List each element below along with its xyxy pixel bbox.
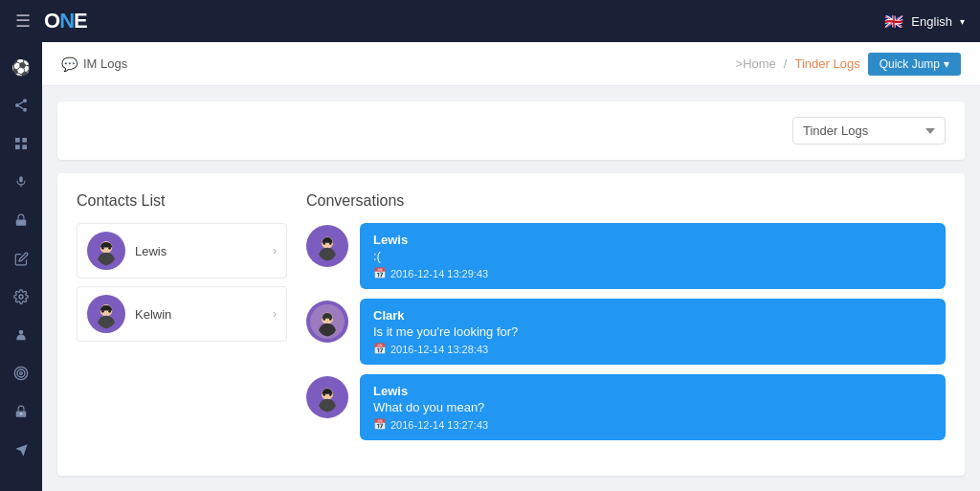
svg-line-4: [19, 101, 24, 104]
svg-rect-8: [22, 145, 27, 149]
conv-timestamp-0: 2016-12-14 13:29:43: [390, 268, 488, 279]
chevron-down-icon: ▾: [944, 57, 949, 71]
main-panel: Contacts List Lewi: [57, 173, 965, 476]
svg-point-33: [323, 318, 325, 320]
svg-rect-9: [19, 176, 23, 182]
svg-point-0: [23, 99, 27, 102]
conv-msg-2: What do you mean?: [373, 400, 932, 414]
svg-rect-7: [15, 145, 20, 149]
svg-point-30: [329, 242, 331, 244]
main-wrapper: ⚽: [0, 42, 980, 491]
svg-point-12: [19, 295, 23, 299]
breadcrumb-bar: 💬 IM Logs >Home / Tinder Logs Quick Jump…: [42, 42, 980, 86]
svg-rect-11: [16, 219, 27, 225]
current-breadcrumb: Tinder Logs: [794, 56, 859, 71]
svg-point-29: [323, 242, 325, 244]
log-type-select[interactable]: Tinder Logs WhatsApp Logs WeChat Logs Fa…: [792, 117, 946, 145]
conv-avatar-clark: [306, 301, 348, 343]
svg-point-2: [23, 108, 27, 112]
contact-arrow-kelwin: ›: [273, 307, 277, 321]
conversations-title: Conversations: [306, 192, 946, 210]
conv-msg-1: Is it me you're looking for?: [373, 324, 932, 339]
conversation-item-0[interactable]: Lewis :( 📅 2016-12-14 13:29:43: [306, 223, 946, 289]
top-navigation: ☰ ONE 🇬🇧 English ▾: [0, 0, 980, 42]
svg-point-22: [108, 247, 111, 250]
svg-line-3: [19, 106, 24, 109]
svg-point-15: [17, 369, 25, 377]
sidebar-icon-send[interactable]: [4, 433, 38, 467]
contacts-title: Contacts List: [77, 192, 287, 210]
language-selector[interactable]: 🇬🇧 English ▾: [884, 12, 965, 31]
sidebar-icon-football[interactable]: ⚽: [4, 50, 38, 84]
conv-timestamp-1: 2016-12-14 13:28:43: [390, 344, 488, 355]
conv-bubble-lewis-2: Lewis What do you mean? 📅 2016-12-14 13:…: [360, 374, 946, 440]
breadcrumb-left: 💬 IM Logs: [61, 56, 127, 72]
contacts-column: Contacts List Lewi: [77, 192, 287, 457]
contact-arrow-lewis: ›: [273, 244, 277, 257]
conv-name-1: Clark: [373, 308, 932, 323]
conversation-item-1[interactable]: Clark Is it me you're looking for? 📅 201…: [306, 299, 946, 365]
svg-point-25: [101, 310, 104, 313]
conv-bubble-clark: Clark Is it me you're looking for? 📅 201…: [360, 299, 946, 365]
svg-point-21: [101, 247, 104, 250]
page-content: Tinder Logs WhatsApp Logs WeChat Logs Fa…: [42, 86, 980, 491]
contact-avatar-lewis: [87, 232, 125, 270]
conv-name-0: Lewis: [373, 233, 932, 247]
sidebar-icon-settings[interactable]: [4, 279, 38, 314]
language-label: English: [911, 14, 952, 29]
flag-icon: 🇬🇧: [884, 12, 903, 31]
quick-jump-button[interactable]: Quick Jump ▾: [868, 53, 961, 76]
conv-time-0: 📅 2016-12-14 13:29:43: [373, 267, 932, 279]
sidebar-icon-lock2[interactable]: [4, 394, 38, 429]
hamburger-menu[interactable]: ☰: [15, 11, 31, 32]
conv-avatar-lewis-2: [306, 376, 348, 418]
sidebar-icon-lock[interactable]: [4, 203, 38, 237]
home-breadcrumb[interactable]: >Home: [736, 56, 776, 71]
breadcrumb-right: >Home / Tinder Logs Quick Jump ▾: [736, 53, 961, 76]
conversations-column: Conversations: [306, 192, 946, 457]
conversation-item-2[interactable]: Lewis What do you mean? 📅 2016-12-14 13:…: [306, 374, 946, 440]
content-area: 💬 IM Logs >Home / Tinder Logs Quick Jump…: [42, 42, 980, 491]
im-logs-label: IM Logs: [83, 56, 127, 71]
conv-bubble-lewis-1: Lewis :( 📅 2016-12-14 13:29:43: [360, 223, 946, 289]
sidebar-icon-share[interactable]: [4, 88, 38, 123]
conv-avatar-lewis-1: [306, 225, 348, 267]
conv-msg-0: :(: [373, 249, 932, 263]
sidebar-icon-person[interactable]: [4, 318, 38, 352]
contact-item-kelwin[interactable]: Kelwin ›: [77, 286, 287, 342]
svg-point-13: [19, 330, 24, 335]
svg-point-18: [20, 413, 22, 414]
svg-point-37: [323, 393, 325, 395]
svg-point-38: [329, 393, 331, 395]
sidebar-icon-target[interactable]: [4, 356, 38, 391]
conv-name-2: Lewis: [373, 384, 932, 398]
svg-point-26: [108, 310, 111, 313]
contact-name-kelwin: Kelwin: [135, 307, 263, 322]
sidebar-icon-grid[interactable]: [4, 126, 38, 161]
svg-point-34: [329, 318, 331, 320]
conv-time-1: 📅 2016-12-14 13:28:43: [373, 343, 932, 355]
contact-item-lewis[interactable]: Lewis ›: [77, 223, 287, 279]
sidebar-icon-edit[interactable]: [4, 241, 38, 276]
breadcrumb-separator: /: [784, 56, 788, 71]
conv-time-2: 📅 2016-12-14 13:27:43: [373, 418, 932, 431]
contact-avatar-kelwin: [87, 295, 125, 333]
app-logo: ONE: [44, 9, 87, 33]
filter-bar: Tinder Logs WhatsApp Logs WeChat Logs Fa…: [57, 101, 965, 160]
svg-rect-5: [15, 138, 20, 143]
topnav-left: ☰ ONE: [15, 9, 87, 33]
contact-name-lewis: Lewis: [135, 244, 263, 258]
im-logs-icon: 💬: [61, 56, 78, 72]
sidebar-icon-mic[interactable]: [4, 165, 38, 199]
svg-rect-6: [22, 138, 27, 143]
calendar-icon: 📅: [373, 267, 387, 279]
conv-timestamp-2: 2016-12-14 13:27:43: [390, 419, 488, 431]
svg-point-1: [15, 103, 19, 107]
calendar-icon-2: 📅: [373, 343, 387, 355]
calendar-icon-3: 📅: [373, 418, 387, 431]
svg-point-16: [20, 372, 23, 375]
quick-jump-label: Quick Jump: [880, 57, 940, 71]
chevron-down-icon: ▾: [960, 16, 965, 27]
sidebar: ⚽: [0, 42, 42, 491]
